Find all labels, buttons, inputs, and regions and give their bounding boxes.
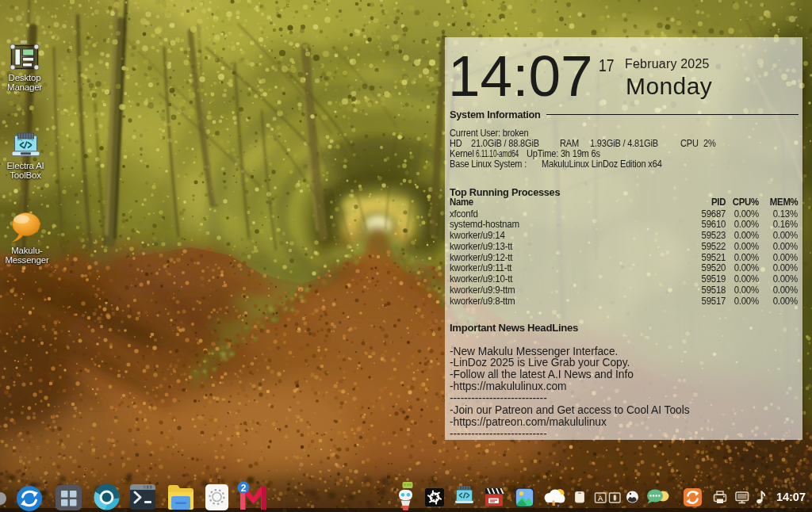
svg-text:14:07: 14:07	[776, 491, 806, 503]
svg-text:2: 2	[241, 483, 247, 494]
svg-text:A: A	[598, 494, 603, 502]
